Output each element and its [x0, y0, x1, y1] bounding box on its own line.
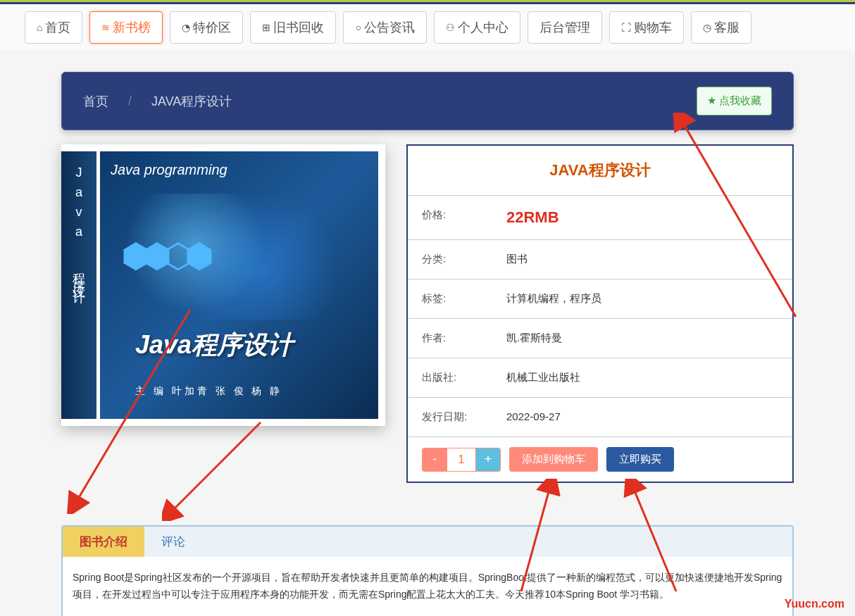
- info-row: 分类:图书: [408, 240, 792, 279]
- nav-icon: ◔: [182, 22, 190, 33]
- breadcrumb-home[interactable]: 首页: [83, 93, 108, 110]
- breadcrumb-current: JAVA程序设计: [151, 93, 232, 110]
- info-label: 出版社:: [422, 371, 506, 384]
- book-spine: Java 程序设计: [61, 151, 96, 419]
- nav-icon: ⌂: [37, 22, 42, 33]
- info-label: 分类:: [422, 253, 506, 266]
- qty-plus-button[interactable]: +: [476, 448, 500, 471]
- description-text: Spring Boot是Spring社区发布的一个开源项目，旨在帮助开发者快速并…: [63, 557, 792, 616]
- nav-icon: ◷: [703, 22, 711, 33]
- nav-2[interactable]: ◔特价区: [170, 11, 243, 44]
- info-label: 发行日期:: [422, 410, 506, 424]
- info-value: 2022-09-27: [506, 410, 561, 424]
- description-box: 图书介绍评论 Spring Boot是Spring社区发布的一个开源项目，旨在帮…: [61, 525, 794, 616]
- nav-icon: ⛶: [621, 22, 631, 33]
- info-label: 标签:: [422, 292, 506, 306]
- nav-label: 公告资讯: [364, 19, 415, 36]
- info-value: 计算机编程，程序员: [506, 292, 601, 306]
- nav-icon: ⊞: [262, 22, 270, 33]
- info-row: 作者:凯.霍斯特曼: [408, 319, 792, 358]
- quantity-stepper[interactable]: - +: [422, 448, 501, 472]
- product-title: JAVA程序设计: [408, 146, 792, 196]
- book-title: Java程序设计: [135, 328, 293, 363]
- nav-0[interactable]: ⌂首页: [25, 11, 82, 44]
- info-row: 价格:22RMB: [408, 196, 792, 240]
- nav-label: 购物车: [634, 19, 672, 36]
- book-authors: 主 编 叶加青 张 俊 杨 静: [135, 385, 282, 398]
- nav-label: 后台管理: [539, 19, 590, 36]
- nav-label: 首页: [45, 19, 70, 36]
- qty-input[interactable]: [447, 448, 476, 471]
- breadcrumb: 首页 / JAVA程序设计 点我收藏: [61, 72, 794, 130]
- nav-8[interactable]: ◷客服: [691, 11, 751, 44]
- nav-icon: ○: [355, 22, 361, 33]
- info-value: 机械工业出版社: [506, 371, 580, 384]
- nav-label: 旧书回收: [273, 19, 324, 36]
- tab-评论[interactable]: 评论: [144, 527, 202, 557]
- buy-now-button[interactable]: 立即购买: [606, 447, 674, 472]
- favorite-button[interactable]: 点我收藏: [697, 87, 772, 115]
- nav-label: 新书榜: [113, 19, 151, 36]
- tab-图书介绍[interactable]: 图书介绍: [63, 527, 144, 557]
- book-subtitle: Java programming: [111, 162, 368, 178]
- nav-5[interactable]: ⚇个人中心: [434, 11, 520, 44]
- nav-6[interactable]: 后台管理: [528, 11, 602, 44]
- watermark-site: Yuucn.com: [785, 598, 844, 610]
- info-value: 凯.霍斯特曼: [506, 332, 562, 345]
- nav-icon: ≋: [101, 22, 110, 33]
- nav-3[interactable]: ⊞旧书回收: [250, 11, 336, 44]
- nav-7[interactable]: ⛶购物车: [609, 11, 684, 44]
- tab-row: 图书介绍评论: [63, 527, 792, 557]
- nav-label: 客服: [714, 19, 739, 36]
- nav-1[interactable]: ≋新书榜: [89, 11, 163, 44]
- info-label: 价格:: [422, 208, 506, 227]
- info-value: 图书: [506, 253, 528, 266]
- action-row: - + 添加到购物车 立即购买: [408, 437, 792, 482]
- hex-decoration: ⬢⬢⬡⬢: [121, 236, 206, 275]
- breadcrumb-sep: /: [128, 94, 132, 108]
- qty-minus-button[interactable]: -: [423, 448, 447, 471]
- main-nav: ⌂首页≋新书榜◔特价区⊞旧书回收○公告资讯⚇个人中心后台管理⛶购物车◷客服: [0, 4, 855, 51]
- add-to-cart-button[interactable]: 添加到购物车: [509, 447, 598, 472]
- info-value: 22RMB: [506, 208, 559, 227]
- info-row: 出版社:机械工业出版社: [408, 358, 792, 398]
- product-info: JAVA程序设计 价格:22RMB分类:图书标签:计算机编程，程序员作者:凯.霍…: [406, 144, 794, 483]
- info-label: 作者:: [422, 332, 506, 345]
- nav-label: 个人中心: [458, 19, 508, 36]
- nav-icon: ⚇: [446, 22, 455, 33]
- product-image: Java 程序设计 Java programming ⬢⬢⬡⬢ Java程序设计…: [61, 144, 385, 426]
- nav-label: 特价区: [193, 19, 231, 36]
- nav-4[interactable]: ○公告资讯: [343, 11, 426, 44]
- info-row: 发行日期:2022-09-27: [408, 398, 792, 437]
- info-row: 标签:计算机编程，程序员: [408, 279, 792, 319]
